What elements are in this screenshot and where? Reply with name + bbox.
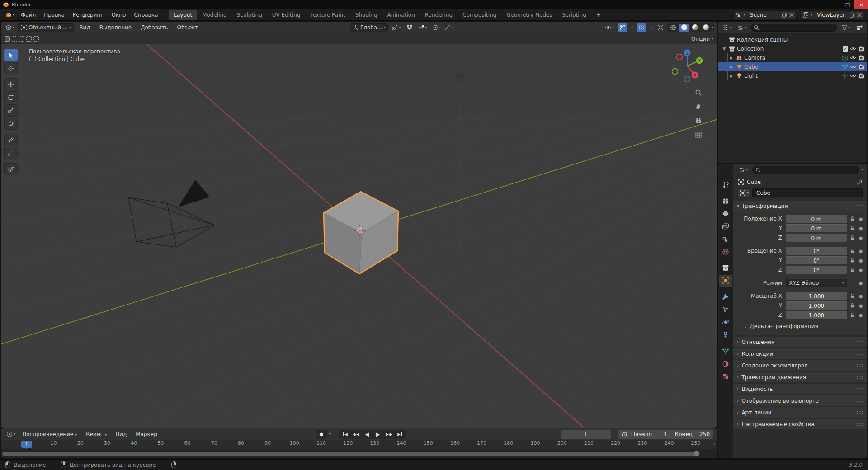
playback-menu[interactable]: Воспроизведение ▾ xyxy=(19,430,80,439)
play-button[interactable]: ▶ xyxy=(373,430,383,438)
timeline-ruler[interactable]: 1020304050607080901001101201301401501601… xyxy=(1,440,717,448)
shading-rendered-button[interactable] xyxy=(701,24,711,32)
animate-dot[interactable]: ● xyxy=(857,268,864,273)
keying-set-dropdown[interactable]: ▾ xyxy=(329,432,331,436)
timeline-scrollbar[interactable] xyxy=(2,452,698,456)
animate-dot[interactable]: ● xyxy=(857,249,864,254)
tab-world[interactable] xyxy=(719,246,732,258)
scale-tool[interactable] xyxy=(4,104,18,117)
lock-icon[interactable] xyxy=(849,258,855,263)
menu-help[interactable]: Справка xyxy=(130,10,161,19)
pivot-point-selector[interactable]: ▾ xyxy=(390,23,402,32)
select-mode-intersect-button[interactable] xyxy=(33,36,39,42)
animate-dot[interactable]: ● xyxy=(857,226,864,231)
close-button[interactable]: × xyxy=(854,0,868,9)
view-layer-selector[interactable]: ▾ ViewLayer xyxy=(800,10,864,19)
minimize-button[interactable]: – xyxy=(827,0,841,9)
tab-material[interactable] xyxy=(719,358,732,370)
blender-menu-button[interactable]: ▾ xyxy=(4,10,16,19)
pan-button[interactable] xyxy=(693,102,703,112)
cursor-tool[interactable] xyxy=(4,62,18,74)
properties-editor-type-button[interactable]: ▾ xyxy=(737,165,750,174)
disable-render-icon[interactable] xyxy=(858,73,864,79)
disable-render-icon[interactable] xyxy=(858,46,864,52)
overlays-dropdown[interactable]: ▾ xyxy=(648,23,654,32)
drag-dots-icon[interactable] xyxy=(856,376,863,379)
tab-render[interactable] xyxy=(719,195,732,207)
tab-object-data[interactable] xyxy=(719,345,732,357)
location-x-field[interactable]: 0 m xyxy=(786,215,847,223)
section-visibility[interactable]: ›Видимость xyxy=(733,384,867,394)
tab-particles[interactable] xyxy=(719,304,732,315)
gizmo-x-neg-axis[interactable] xyxy=(677,54,683,60)
timeline-editor-type-button[interactable]: ▾ xyxy=(5,430,17,439)
transform-panel-header[interactable]: ▾ Трансформация xyxy=(733,201,867,211)
drag-dots-icon[interactable] xyxy=(856,411,863,414)
light-object[interactable] xyxy=(456,73,464,81)
play-reverse-button[interactable]: ◀ xyxy=(362,430,372,438)
maximize-button[interactable]: □ xyxy=(841,0,854,9)
add-cube-tool[interactable] xyxy=(4,163,18,175)
mode-selector[interactable]: Объектный ...▾ xyxy=(18,23,74,32)
select-mode-invert-button[interactable] xyxy=(26,36,32,42)
properties-search-input[interactable] xyxy=(752,166,859,174)
outliner-filter-button[interactable]: ▾ xyxy=(840,23,852,32)
collection-checkbox[interactable]: ✓ xyxy=(843,46,848,52)
lock-icon[interactable] xyxy=(849,293,855,299)
location-z-field[interactable]: 0 m xyxy=(786,234,847,242)
playhead-frame-badge[interactable]: 1 xyxy=(21,441,32,448)
animate-dot[interactable]: ● xyxy=(857,294,864,299)
menu-add[interactable]: Добавить xyxy=(137,23,171,32)
section-instancing[interactable]: ›Создание экземпляров xyxy=(733,360,867,371)
select-mode-new-button[interactable] xyxy=(5,36,10,42)
row-light[interactable]: ▶ Light xyxy=(718,71,867,80)
snap-toggle[interactable] xyxy=(405,23,415,32)
proportional-falloff-selector[interactable]: ▾ xyxy=(443,23,455,32)
section-relations[interactable]: ›Отношения xyxy=(733,337,867,347)
tab-layout[interactable]: Layout xyxy=(169,10,197,20)
pin-icon[interactable] xyxy=(856,179,863,185)
tab-object[interactable] xyxy=(719,275,732,287)
tab-shading[interactable]: Shading xyxy=(350,10,382,20)
camera-object[interactable] xyxy=(128,180,214,247)
lock-icon[interactable] xyxy=(849,235,855,240)
marker-menu[interactable]: Маркер xyxy=(132,430,161,439)
tab-scripting[interactable]: Scripting xyxy=(557,10,591,20)
start-frame-field[interactable]: 1 xyxy=(656,431,667,437)
location-y-field[interactable]: 0 m xyxy=(786,224,847,232)
hide-eye-icon[interactable] xyxy=(850,46,856,52)
row-cube-selected[interactable]: ▶ Cube xyxy=(718,62,867,71)
menu-view[interactable]: Вид xyxy=(75,23,94,32)
navigation-gizmo[interactable]: Z Y X xyxy=(668,46,706,84)
hide-eye-icon[interactable] xyxy=(850,55,856,61)
tab-rendering[interactable]: Rendering xyxy=(420,10,458,20)
tab-modifiers[interactable] xyxy=(719,291,732,303)
hide-eye-icon[interactable] xyxy=(850,73,856,79)
previous-keyframe-button[interactable]: ◆◀ xyxy=(351,430,361,438)
rotation-z-field[interactable]: 0° xyxy=(786,266,847,274)
transform-orientation-selector[interactable]: Глоба...▾ xyxy=(350,23,388,32)
lock-icon[interactable] xyxy=(849,248,855,254)
outliner-editor-type-button[interactable]: ▾ xyxy=(721,23,733,32)
show-gizmo-toggle[interactable] xyxy=(618,23,627,32)
tab-texture-paint[interactable]: Texture Paint xyxy=(305,10,350,20)
expand-arrow-icon[interactable]: ▶ xyxy=(729,74,734,78)
tab-scene[interactable] xyxy=(719,233,732,245)
options-dropdown[interactable]: Опции▾ xyxy=(691,36,713,42)
menu-render[interactable]: Рендеринг xyxy=(69,10,107,19)
next-keyframe-button[interactable]: ▶◆ xyxy=(384,430,394,438)
section-viewport-display[interactable]: ›Отображение во вьюпорте xyxy=(733,395,867,406)
properties-editor[interactable]: ▾ ▾ Cube ▾ Cube ▾ Тран xyxy=(718,164,867,458)
keying-menu[interactable]: Кеинг ▾ xyxy=(82,430,110,439)
add-workspace-button[interactable]: + xyxy=(591,10,606,20)
tab-modeling[interactable]: Modeling xyxy=(197,10,232,20)
menu-object[interactable]: Объект xyxy=(174,23,202,32)
row-scene-collection[interactable]: Коллекция сцены xyxy=(718,35,867,44)
auto-keying-record-button[interactable]: ● xyxy=(316,430,327,439)
row-camera[interactable]: ▶ Camera xyxy=(718,53,867,62)
jump-to-start-button[interactable]: ◀ xyxy=(340,430,350,438)
scale-z-field[interactable]: 1.000 xyxy=(786,311,847,319)
tab-sculpting[interactable]: Sculpting xyxy=(232,10,267,20)
proportional-editing-toggle[interactable] xyxy=(431,23,441,32)
transform-tool[interactable] xyxy=(4,118,18,130)
